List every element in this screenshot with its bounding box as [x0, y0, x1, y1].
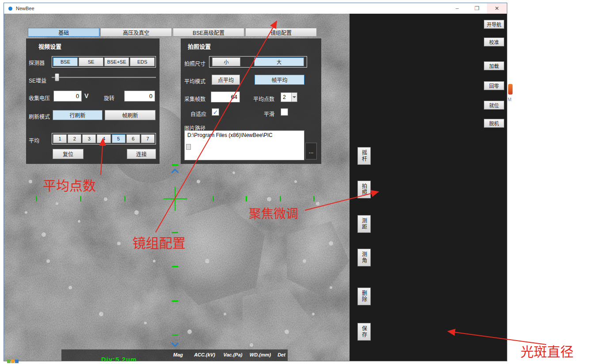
status-col-det: Det BSE [266, 352, 297, 361]
nav-calibrate-button[interactable]: 校准 [484, 38, 504, 46]
detector-bse-se-button[interactable]: BSE+SE [104, 57, 129, 66]
detector-bse-button[interactable]: BSE [53, 57, 78, 66]
scale-div-label: Div:5.2μm [101, 356, 137, 361]
scale-tick [172, 334, 178, 336]
tab-basic[interactable]: 基础 [28, 28, 99, 37]
scale-tick [246, 196, 247, 201]
status-header: ACC.(kV) [189, 352, 220, 357]
annotation-average-points: 平均点数 [43, 175, 96, 194]
average-4-button[interactable]: 4 [97, 134, 110, 143]
avg-frame-button[interactable]: 帧平均 [255, 75, 304, 85]
scale-tick [213, 196, 214, 201]
tab-hv-vacuum[interactable]: 高压及真空 [100, 28, 172, 37]
crosshair-vertical [175, 187, 175, 211]
nav-load-button[interactable]: 加载 [484, 61, 504, 70]
scale-tick [124, 196, 125, 201]
image-path-box[interactable]: D:\Program Files (x86)\NewBee\PIC [184, 130, 304, 160]
image-path-value: D:\Program Files (x86)\NewBee\PIC [187, 132, 273, 138]
frames-input[interactable] [211, 91, 240, 102]
desktop: NewBee – ❐ ✕ [0, 0, 612, 364]
scale-tick [313, 196, 315, 201]
window-title: NewBee [16, 6, 34, 11]
video-settings-title: 视频设置 [38, 42, 61, 50]
collect-voltage-label: 收集电压 [29, 94, 50, 102]
avg-points-label: 平均点数 [253, 95, 274, 102]
slider-thumb[interactable] [55, 73, 59, 81]
detector-group: BSE SE BSE+SE EDS [52, 56, 156, 68]
annotation-lens-config: 镜组配置 [133, 232, 186, 252]
taskbar-icon-part [11, 360, 15, 363]
window-controls: – ❐ ✕ [447, 3, 507, 14]
avg-point-button[interactable]: 点平均 [212, 75, 240, 85]
average-7-button[interactable]: 7 [141, 134, 155, 143]
scale-tick [80, 196, 81, 201]
scale-tick [172, 266, 178, 267]
taskbar-icon-part [7, 360, 11, 363]
nav-inposition-button[interactable]: 就位 [484, 101, 504, 110]
status-header: Det [266, 352, 297, 357]
tool-delete-button[interactable]: 删除 [357, 288, 371, 305]
status-bar: Div:5.2μm Mag 5000 ACC.(kV) 15 Vac.(Pa) … [61, 349, 288, 361]
app-icon [8, 7, 12, 11]
nav-zero-button[interactable]: 回零 [484, 81, 504, 90]
background-window-icon [508, 84, 513, 95]
scale-tick [280, 196, 281, 201]
tab-bse-advanced[interactable]: BSE高级配置 [173, 28, 244, 37]
detector-se-button[interactable]: SE [79, 57, 103, 66]
browse-path-button[interactable]: ... [305, 143, 317, 159]
average-1-button[interactable]: 1 [53, 134, 67, 143]
se-gain-slider[interactable] [52, 73, 156, 82]
adaptive-label: 自适应 [190, 110, 206, 118]
scale-tick [36, 196, 37, 201]
chevron-down-icon[interactable] [291, 93, 297, 102]
maximize-button[interactable]: ❐ [467, 3, 487, 14]
size-large-button[interactable]: 大 [254, 57, 304, 66]
size-small-button[interactable]: 小 [212, 57, 240, 66]
nav-offline-button[interactable]: 脱机 [484, 119, 504, 128]
average-6-button[interactable]: 6 [126, 134, 140, 143]
connect-button[interactable]: 连接 [127, 149, 156, 159]
smooth-label: 平滑 [264, 110, 274, 118]
status-col-acc: ACC.(kV) 15 [189, 352, 220, 361]
close-button[interactable]: ✕ [487, 3, 507, 14]
refresh-frame-button[interactable]: 帧刷新 [105, 110, 156, 120]
avg-points-value: 2 [281, 94, 291, 100]
taskbar-app-icon [7, 360, 19, 363]
reset-button[interactable]: 复位 [53, 149, 84, 159]
average-2-button[interactable]: 2 [68, 134, 81, 143]
tool-measure-distance-button[interactable]: 测距 [357, 215, 371, 233]
detector-eds-button[interactable]: EDS [130, 57, 155, 66]
nav-navigation-button[interactable]: 开导航 [484, 20, 504, 29]
slider-track [52, 77, 156, 78]
smooth-checkbox[interactable] [281, 108, 288, 116]
detector-label: 探测器 [29, 59, 45, 66]
path-clip-icon [186, 144, 191, 150]
average-3-button[interactable]: 3 [82, 134, 96, 143]
scale-tick [172, 164, 178, 166]
photo-settings-panel: 拍照设置 拍照尺寸 小 大 平均模式 点平均 帧平均 采集帧数 平均点数 2 自… [181, 38, 321, 164]
collect-voltage-input[interactable] [53, 91, 82, 102]
adaptive-checkbox[interactable] [212, 108, 219, 116]
rotation-input[interactable] [124, 91, 155, 102]
tool-measure-angle-button[interactable]: 测角 [357, 249, 371, 266]
tool-photo-button[interactable]: 拍照 [357, 181, 371, 198]
titlebar: NewBee – ❐ ✕ [4, 3, 507, 14]
tool-save-button[interactable]: 保存 [357, 323, 371, 341]
average-5-button[interactable]: 5 [112, 134, 125, 143]
crosshair-horizontal [163, 198, 187, 199]
average-label: 平均 [29, 136, 39, 144]
refresh-line-button[interactable]: 行刷新 [53, 110, 103, 120]
right-panel: 暂停 自动对焦 聚焦 图像 亮度 对比 [350, 14, 507, 361]
avg-points-select[interactable]: 2 [281, 92, 297, 102]
scale-tick [172, 300, 178, 302]
refresh-mode-label: 刷新模式 [29, 113, 50, 120]
annotation-focus-finetune: 聚焦微调 [249, 204, 298, 222]
photo-size-group: 小 大 [209, 56, 307, 68]
tool-joystick-button[interactable]: 摇杆 [357, 147, 371, 165]
background-window-letter: M [508, 97, 511, 102]
minimize-button[interactable]: – [447, 3, 467, 14]
se-gain-label: SE增益 [29, 76, 46, 84]
frames-label: 采集帧数 [184, 95, 205, 102]
tab-lens-config[interactable]: 镜组配置 [245, 28, 317, 37]
average-group: 1 2 3 4 5 6 7 [52, 133, 156, 144]
